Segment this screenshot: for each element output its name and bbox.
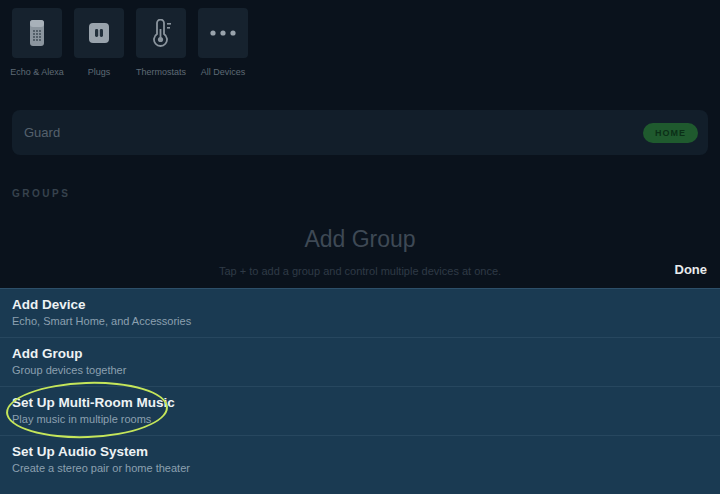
guard-home-status-badge[interactable]: HOME (643, 123, 698, 143)
menu-item-add-group[interactable]: Add Group Group devices together (0, 338, 720, 387)
guard-label: Guard (24, 125, 60, 140)
menu-item-subtitle: Group devices together (12, 364, 708, 376)
plugs-tile[interactable] (74, 8, 124, 58)
thermostat-icon (148, 19, 174, 47)
menu-item-setup-multiroom-music[interactable]: Set Up Multi-Room Music Play music in mu… (0, 387, 720, 436)
groups-section-header: GROUPS (12, 188, 70, 199)
plug-icon (87, 21, 111, 45)
category-label: All Devices (201, 67, 246, 77)
category-label: Echo & Alexa (10, 67, 64, 77)
add-actions-sheet: Add Device Echo, Smart Home, and Accesso… (0, 288, 720, 494)
menu-item-subtitle: Create a stereo pair or home theater (12, 462, 708, 474)
empty-state-title: Add Group (0, 226, 720, 253)
category-echo-alexa: Echo & Alexa (12, 8, 62, 77)
ellipsis-icon (209, 29, 237, 37)
menu-item-title: Set Up Audio System (12, 444, 708, 459)
category-label: Plugs (88, 67, 111, 77)
menu-item-title: Set Up Multi-Room Music (12, 395, 708, 410)
echo-alexa-tile[interactable] (12, 8, 62, 58)
echo-speaker-icon (25, 18, 49, 48)
alexa-devices-screen: Echo & Alexa Plugs (0, 0, 720, 494)
category-label: Thermostats (136, 67, 186, 77)
menu-item-title: Add Device (12, 297, 708, 312)
menu-item-add-device[interactable]: Add Device Echo, Smart Home, and Accesso… (0, 289, 720, 338)
menu-item-subtitle: Play music in multiple rooms (12, 413, 708, 425)
category-all-devices: All Devices (198, 8, 248, 77)
thermostats-tile[interactable] (136, 8, 186, 58)
all-devices-tile[interactable] (198, 8, 248, 58)
menu-item-setup-audio-system[interactable]: Set Up Audio System Create a stereo pair… (0, 436, 720, 494)
done-button[interactable]: Done (675, 262, 708, 277)
menu-item-title: Add Group (12, 346, 708, 361)
menu-item-subtitle: Echo, Smart Home, and Accessories (12, 315, 708, 327)
category-thermostats: Thermostats (136, 8, 186, 77)
empty-state-subtitle: Tap + to add a group and control multipl… (0, 265, 720, 277)
groups-empty-state: Add Group Tap + to add a group and contr… (0, 226, 720, 277)
device-categories-row: Echo & Alexa Plugs (12, 8, 248, 77)
category-plugs: Plugs (74, 8, 124, 77)
guard-card[interactable]: Guard HOME (12, 110, 708, 155)
